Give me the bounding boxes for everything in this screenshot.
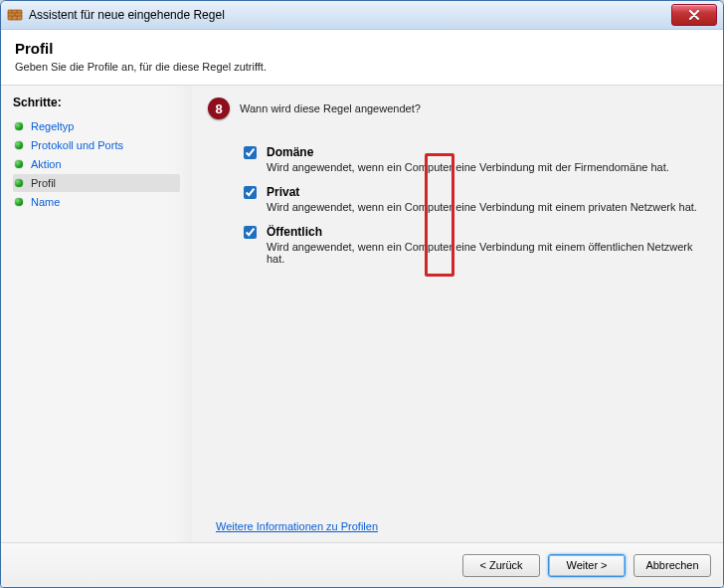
close-icon [688, 10, 700, 20]
next-button[interactable]: Weiter > [548, 554, 626, 577]
step-label: Profil [31, 177, 56, 189]
step-profil[interactable]: Profil [13, 174, 180, 192]
bullet-icon [15, 179, 23, 187]
sidebar-heading: Schritte: [13, 96, 180, 109]
step-name[interactable]: Name [13, 193, 180, 211]
checkbox-private[interactable] [244, 186, 257, 199]
checkbox-public[interactable] [244, 226, 257, 239]
annotation-badge: 8 [208, 98, 230, 119]
wizard-body: Schritte: Regeltyp Protokoll und Ports A… [1, 86, 723, 542]
profile-private: Privat Wird angewendet, wenn ein Compute… [244, 185, 705, 213]
step-aktion[interactable]: Aktion [13, 155, 180, 173]
step-label: Regeltyp [31, 120, 74, 132]
page-title: Profil [15, 40, 709, 57]
profile-domain: Domäne Wird angewendet, wenn ein Compute… [244, 145, 705, 173]
titlebar: Assistent für neue eingehende Regel [1, 1, 723, 30]
bullet-icon [15, 122, 23, 130]
page-subtitle: Geben Sie die Profile an, für die diese … [15, 61, 709, 73]
profile-private-desc: Wird angewendet, wenn ein Computer eine … [267, 201, 705, 213]
close-button[interactable] [671, 4, 717, 26]
firewall-icon [7, 7, 23, 23]
main-content: 8 Wann wird diese Regel angewendet? Domä… [192, 86, 723, 542]
back-button[interactable]: < Zurück [462, 554, 540, 577]
step-label: Aktion [31, 158, 62, 170]
profile-domain-desc: Wird angewendet, wenn ein Computer eine … [267, 161, 705, 173]
bullet-icon [15, 198, 23, 206]
prompt-text: Wann wird diese Regel angewendet? [240, 102, 421, 114]
step-regeltyp[interactable]: Regeltyp [13, 117, 180, 135]
step-label: Name [31, 196, 60, 208]
wizard-header: Profil Geben Sie die Profile an, für die… [1, 30, 723, 86]
profile-domain-label: Domäne [267, 145, 313, 159]
bullet-icon [15, 160, 23, 168]
learn-more-link[interactable]: Weitere Informationen zu Profilen [216, 520, 378, 532]
wizard-window: Assistent für neue eingehende Regel Prof… [0, 0, 724, 588]
sidebar: Schritte: Regeltyp Protokoll und Ports A… [1, 86, 192, 542]
prompt-row: 8 Wann wird diese Regel angewendet? [208, 98, 705, 119]
button-bar: < Zurück Weiter > Abbrechen [1, 542, 723, 587]
profile-public: Öffentlich Wird angewendet, wenn ein Com… [244, 225, 705, 265]
profile-private-label: Privat [267, 185, 299, 199]
profile-public-desc: Wird angewendet, wenn ein Computer eine … [267, 241, 705, 265]
cancel-button[interactable]: Abbrechen [634, 554, 711, 577]
step-protokoll-und-ports[interactable]: Protokoll und Ports [13, 136, 180, 154]
profile-public-label: Öffentlich [267, 225, 322, 239]
step-label: Protokoll und Ports [31, 139, 123, 151]
bullet-icon [15, 141, 23, 149]
checkbox-domain[interactable] [244, 146, 257, 159]
window-title: Assistent für neue eingehende Regel [29, 8, 671, 22]
